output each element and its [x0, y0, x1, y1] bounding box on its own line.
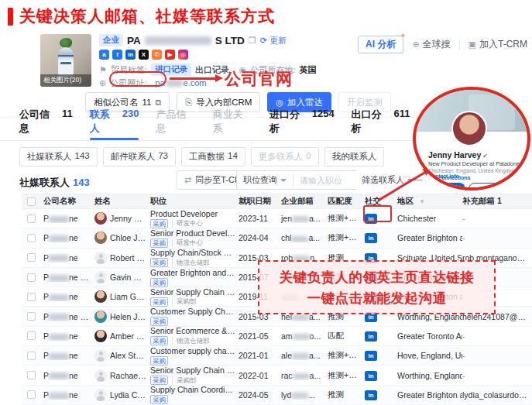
job-tags: 采购: [150, 356, 235, 366]
table-row[interactable]: PneJenny HarveyProduct Developer采购研发中心20…: [22, 209, 532, 228]
extra-email-cell: -: [462, 233, 532, 242]
photo-caption[interactable]: 相关图片(20): [40, 74, 91, 87]
table-row[interactable]: PneChloe JonesSenior Product Developer采购…: [22, 228, 532, 248]
department-tag: 研发中心: [172, 219, 203, 228]
contact-name[interactable]: Gavin Meeks: [110, 273, 147, 282]
join-tcrm-button[interactable]: ▣加入T-CRM: [469, 38, 527, 51]
table-row[interactable]: PneAmber WhittySenior Ecommerce & Supply…: [22, 327, 532, 346]
row-checkbox[interactable]: [27, 273, 36, 282]
tab-商业关系[interactable]: 商业关系: [213, 108, 252, 140]
company-prefix: P: [43, 233, 49, 242]
tab-进口分析[interactable]: 进口分析1254: [269, 108, 335, 140]
social-icon-youtube[interactable]: ▶: [165, 50, 175, 60]
pill-我的联系人[interactable]: 我的联系人: [324, 147, 385, 166]
email-suffix: a...: [308, 233, 320, 242]
tab-出口分析[interactable]: 出口分析611: [352, 108, 410, 140]
table-row[interactable]: PneAlex StylesCustomer supply chain coor…: [22, 346, 532, 366]
contact-name[interactable]: Helen Johnstone: [110, 312, 147, 321]
job-title: Customer Supply Chain: [150, 307, 235, 316]
tab-产品信息[interactable]: 产品信息: [156, 108, 195, 140]
match-cell: 推测: [328, 390, 365, 400]
linkedin-icon[interactable]: in: [365, 390, 377, 400]
social-icon-x-twitter[interactable]: X: [139, 50, 149, 60]
email-redacted: [292, 216, 309, 222]
contact-name[interactable]: Lydia Colasurdo: [110, 390, 147, 400]
more-button[interactable]: More: [509, 183, 530, 190]
title-accent-bar: [8, 8, 13, 26]
pill-邮件联系人[interactable]: 邮件联系人73: [103, 147, 176, 166]
table-row[interactable]: PneLydia ColasurdoSupply Chain Coordinat…: [22, 386, 532, 405]
name-cell: Chloe Jones: [94, 232, 150, 244]
pill-社媒联系人[interactable]: 社媒联系人143: [19, 147, 98, 166]
contact-name[interactable]: Robert Monta...: [110, 253, 147, 263]
social-icon-instagram[interactable]: ◎: [178, 50, 188, 60]
row-checkbox[interactable]: [27, 234, 36, 242]
filter-icon[interactable]: ▼: [419, 198, 425, 205]
column-header-姓名: 姓名: [94, 196, 150, 207]
job-tags: 采购采购部: [150, 376, 235, 385]
linkedin-icon[interactable]: in: [365, 351, 377, 361]
annotation-arrow-website: [170, 77, 216, 80]
linkedin-avatar: [451, 111, 487, 146]
job-tags: 采购物流仓储部: [150, 336, 235, 345]
linkedin-icon[interactable]: in: [365, 371, 377, 381]
refresh-icon[interactable]: ⟳ 更新: [260, 35, 287, 46]
ai-analysis-button[interactable]: AI 分析✦: [358, 36, 403, 53]
row-checkbox[interactable]: [27, 331, 36, 340]
extra-email-cell: -: [462, 371, 532, 380]
row-checkbox[interactable]: [27, 352, 36, 360]
sync-icon: ⇄: [184, 175, 191, 185]
company-prefix: P: [43, 331, 49, 341]
company-cell: Pne: [43, 253, 94, 263]
company-redacted: [49, 353, 69, 360]
row-checkbox[interactable]: [27, 312, 36, 321]
email-prefix: rac: [281, 371, 293, 380]
company-redacted: [49, 255, 69, 262]
hire-date-cell: 2022-01: [239, 371, 281, 380]
title-cell: Product Developer采购研发中心: [150, 209, 239, 228]
tab-公司信息[interactable]: 公司信息11: [19, 108, 73, 140]
row-checkbox[interactable]: [27, 293, 36, 301]
column-header-职位: 职位: [150, 196, 239, 207]
select-all-checkbox[interactable]: [27, 197, 36, 206]
job-query-dropdown[interactable]: 职位查询: [237, 171, 293, 189]
social-icon-phone[interactable]: ✆: [152, 50, 162, 60]
avatar: [94, 212, 107, 225]
social-icon-amazon[interactable]: a: [99, 50, 109, 60]
tab-联系人[interactable]: 联系人230: [90, 108, 139, 140]
row-checkbox[interactable]: [27, 253, 36, 262]
contact-name[interactable]: Jenny Harvey: [110, 214, 147, 223]
contact-name[interactable]: Amber Whitty: [110, 331, 147, 341]
message-button[interactable]: Message: [428, 183, 465, 190]
follow-button[interactable]: + Follow: [469, 183, 506, 190]
global-search-button[interactable]: ⊕全球搜: [412, 38, 450, 51]
hire-date-cell: 2021-01: [239, 351, 281, 360]
social-icon-linkedin[interactable]: in: [125, 50, 136, 60]
company-name-redacted: [145, 36, 211, 45]
job-search-input[interactable]: [300, 176, 357, 185]
email-cell: raca...: [281, 371, 328, 380]
row-checkbox[interactable]: [27, 371, 36, 379]
contact-name[interactable]: Alex Styles: [110, 351, 147, 360]
row-checkbox[interactable]: [27, 215, 36, 223]
button-icon: ◎: [276, 98, 283, 108]
pill-工商数据[interactable]: 工商数据14: [181, 147, 245, 166]
company-photo[interactable]: 相关图片(20): [40, 34, 91, 87]
contact-name[interactable]: Chloe Jones: [110, 233, 147, 242]
linkedin-icon[interactable]: in: [365, 331, 377, 342]
row-checkbox[interactable]: [27, 390, 36, 399]
contact-name[interactable]: Liam Gent: [110, 292, 147, 301]
linkedin-icon[interactable]: in: [365, 233, 377, 243]
department-tag: 采购部: [172, 376, 197, 385]
region-cell: Greater Brighton a...: [397, 390, 462, 400]
copy-icon[interactable]: ❐: [249, 36, 256, 46]
pill-更多联系人[interactable]: 更多联系人0: [251, 147, 319, 166]
social-icon-facebook[interactable]: f: [112, 50, 122, 60]
title-cell: Senior Ecommerce & Supply Cha...采购物流仓储部: [150, 326, 239, 345]
job-search-group: 职位查询 ⌕: [236, 170, 372, 190]
company-cell: Pne: [43, 331, 94, 341]
contact-name[interactable]: Rachael Kelly: [110, 371, 147, 380]
company-title-line: 企业 PA S LTD ❐ ⟳ 更新: [99, 34, 287, 46]
linkedin-connections[interactable]: 112 connections: [428, 175, 470, 180]
table-row[interactable]: PneRachael KellySenior Supply Chain Coor…: [22, 366, 532, 385]
